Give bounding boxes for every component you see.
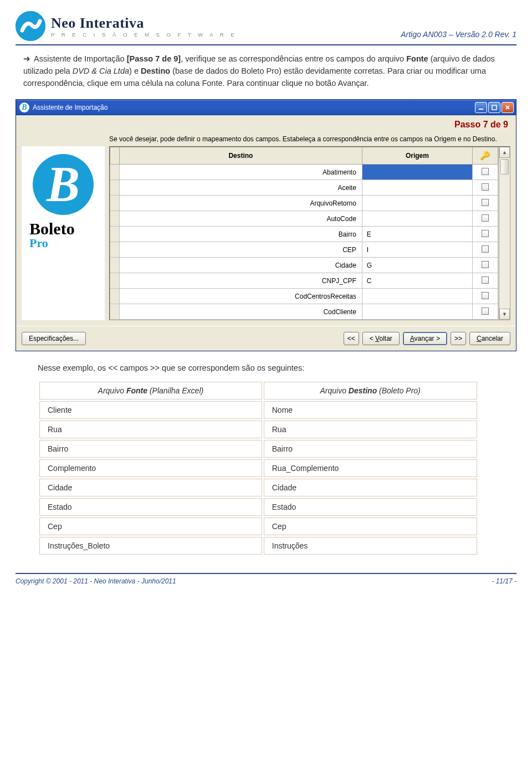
checkbox-icon[interactable] — [482, 214, 489, 222]
back-button[interactable]: < Voltar — [362, 332, 400, 345]
svg-rect-1 — [479, 109, 483, 110]
table-row[interactable]: ArquivoRetorno — [110, 196, 498, 211]
table-row[interactable]: CodCliente — [110, 304, 498, 320]
next-button[interactable]: Avançar > — [403, 332, 447, 345]
maximize-button[interactable] — [488, 102, 500, 113]
col-key[interactable]: 🔑 — [473, 147, 498, 165]
article-reference: Artigo AN003 – Versão 2.0 Rev. 1 — [401, 30, 516, 41]
table-row[interactable]: Aceite — [110, 180, 498, 196]
cell-origem[interactable] — [362, 165, 472, 180]
corr-header-destino: Arquivo Destino (Boleto Pro) — [264, 382, 477, 399]
step-label: Passo 7 de 9 — [16, 115, 516, 133]
table-row: ClienteNome — [39, 401, 477, 419]
table-row[interactable]: CEPI — [110, 242, 498, 258]
cancel-button[interactable]: Cancelar — [469, 332, 510, 345]
cell-destino[interactable]: CodCentrosReceitas — [120, 289, 362, 304]
scroll-thumb[interactable] — [500, 159, 509, 175]
checkbox-icon[interactable] — [482, 168, 489, 175]
cell-origem[interactable] — [362, 211, 472, 227]
cell-origem[interactable]: E — [362, 227, 472, 242]
checkbox-icon[interactable] — [482, 245, 489, 253]
cell-key[interactable] — [473, 211, 498, 227]
document-footer: Copyright © 2001 - 2011 - Neo Interativa… — [16, 573, 516, 585]
mapping-grid[interactable]: Destino Origem 🔑 AbatimentoAceiteArquivo… — [109, 146, 510, 320]
app-b-icon: B — [19, 103, 29, 112]
vertical-scrollbar[interactable]: ▲ ▼ — [499, 147, 510, 320]
company-logo: Neo Interativa P R E C I S Ã O E M S O F… — [16, 11, 237, 41]
article-paragraph: ➔Assistente de Importação [Passo 7 de 9]… — [23, 53, 513, 89]
close-button[interactable] — [502, 102, 514, 113]
correspondence-table: Arquivo Fonte (Planilha Excel) Arquivo D… — [38, 380, 479, 556]
table-row: RuaRua — [39, 421, 477, 438]
scroll-down-icon[interactable]: ▼ — [499, 309, 510, 320]
table-row: CepCep — [39, 517, 477, 535]
col-origem[interactable]: Origem — [362, 147, 472, 165]
table-row[interactable]: BairroE — [110, 227, 498, 242]
wizard-description: Se você desejar, pode definir o mapeamen… — [22, 135, 510, 143]
cell-destino[interactable]: Cidade — [120, 258, 362, 273]
cell-origem[interactable]: C — [362, 273, 472, 289]
cell-key[interactable] — [473, 273, 498, 289]
key-icon: 🔑 — [480, 151, 490, 160]
table-row: ComplementoRua_Complemento — [39, 459, 477, 477]
checkbox-icon[interactable] — [482, 292, 489, 299]
window-titlebar[interactable]: B Assistente de Importação — [16, 100, 516, 115]
last-button[interactable]: >> — [451, 332, 466, 345]
first-button[interactable]: << — [344, 332, 359, 345]
table-row[interactable]: CidadeG — [110, 258, 498, 273]
table-row[interactable]: CNPJ_CPFC — [110, 273, 498, 289]
cell-key[interactable] — [473, 289, 498, 304]
cell-key[interactable] — [473, 180, 498, 196]
cell-origem[interactable] — [362, 180, 472, 196]
checkbox-icon[interactable] — [482, 308, 489, 315]
document-header: Neo Interativa P R E C I S Ã O E M S O F… — [16, 11, 516, 45]
product-logo-panel: B Boleto Pro — [22, 146, 105, 320]
table-row: CidadeCidade — [39, 479, 477, 496]
cell-destino[interactable]: ArquivoRetorno — [120, 196, 362, 211]
cell-origem[interactable] — [362, 289, 472, 304]
cell-destino[interactable]: CodCliente — [120, 304, 362, 320]
cell-key[interactable] — [473, 165, 498, 180]
cell-destino[interactable]: CNPJ_CPF — [120, 273, 362, 289]
cell-destino[interactable]: AutoCode — [120, 211, 362, 227]
cell-destino[interactable]: Abatimento — [120, 165, 362, 180]
cell-destino[interactable]: CEP — [120, 242, 362, 258]
table-row[interactable]: Abatimento — [110, 165, 498, 180]
cell-destino[interactable]: Aceite — [120, 180, 362, 196]
arrow-icon: ➔ — [23, 54, 30, 63]
cell-key[interactable] — [473, 242, 498, 258]
company-name: Neo Interativa — [51, 15, 237, 32]
corr-header-fonte: Arquivo Fonte (Planilha Excel) — [39, 382, 262, 399]
table-row: BairroBairro — [39, 440, 477, 458]
cell-key[interactable] — [473, 258, 498, 273]
col-destino[interactable]: Destino — [120, 147, 362, 165]
cell-origem[interactable] — [362, 196, 472, 211]
product-b-icon: B — [33, 154, 94, 215]
checkbox-icon[interactable] — [482, 183, 489, 191]
cell-origem[interactable] — [362, 304, 472, 320]
cell-key[interactable] — [473, 227, 498, 242]
cell-origem[interactable]: G — [362, 258, 472, 273]
cell-destino[interactable]: Bairro — [120, 227, 362, 242]
checkbox-icon[interactable] — [482, 199, 489, 206]
table-row: Instruções_BoletoInstruções — [39, 537, 477, 555]
specifications-button[interactable]: Especificações... — [22, 332, 86, 345]
cell-key[interactable] — [473, 196, 498, 211]
cell-origem[interactable]: I — [362, 242, 472, 258]
table-row[interactable]: CodCentrosReceitas — [110, 289, 498, 304]
company-tagline: P R E C I S Ã O E M S O F T W A R E — [51, 32, 237, 38]
minimize-button[interactable] — [475, 102, 487, 113]
svg-rect-2 — [492, 105, 497, 110]
cell-key[interactable] — [473, 304, 498, 320]
logo-swirl-icon — [16, 11, 45, 41]
wizard-window: B Assistente de Importação Passo 7 de 9 … — [16, 99, 516, 351]
checkbox-icon[interactable] — [482, 261, 489, 268]
copyright: Copyright © 2001 - 2011 - Neo Interativa… — [16, 577, 176, 585]
checkbox-icon[interactable] — [482, 230, 489, 237]
window-title: Assistente de Importação — [33, 104, 108, 111]
product-name-2: Pro — [26, 237, 100, 249]
table-row[interactable]: AutoCode — [110, 211, 498, 227]
scroll-up-icon[interactable]: ▲ — [499, 147, 510, 158]
table-row: EstadoEstado — [39, 498, 477, 516]
checkbox-icon[interactable] — [482, 276, 489, 284]
